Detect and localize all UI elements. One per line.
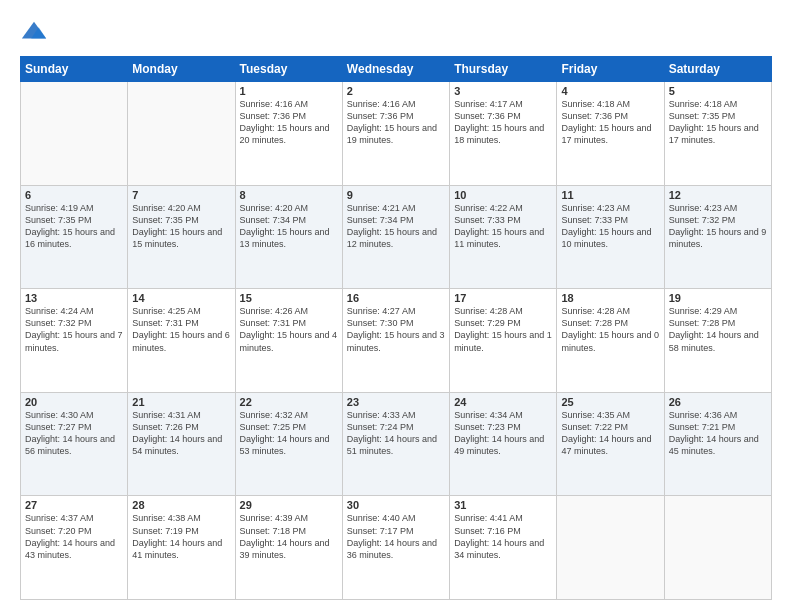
- cell-info: Sunrise: 4:27 AM Sunset: 7:30 PM Dayligh…: [347, 305, 445, 354]
- calendar-cell: 7Sunrise: 4:20 AM Sunset: 7:35 PM Daylig…: [128, 185, 235, 289]
- week-row-4: 20Sunrise: 4:30 AM Sunset: 7:27 PM Dayli…: [21, 392, 772, 496]
- day-number: 1: [240, 85, 338, 97]
- week-row-5: 27Sunrise: 4:37 AM Sunset: 7:20 PM Dayli…: [21, 496, 772, 600]
- cell-info: Sunrise: 4:17 AM Sunset: 7:36 PM Dayligh…: [454, 98, 552, 147]
- day-number: 11: [561, 189, 659, 201]
- cell-info: Sunrise: 4:39 AM Sunset: 7:18 PM Dayligh…: [240, 512, 338, 561]
- day-number: 30: [347, 499, 445, 511]
- cell-info: Sunrise: 4:34 AM Sunset: 7:23 PM Dayligh…: [454, 409, 552, 458]
- calendar-cell: 30Sunrise: 4:40 AM Sunset: 7:17 PM Dayli…: [342, 496, 449, 600]
- calendar-cell: 10Sunrise: 4:22 AM Sunset: 7:33 PM Dayli…: [450, 185, 557, 289]
- calendar-cell: 21Sunrise: 4:31 AM Sunset: 7:26 PM Dayli…: [128, 392, 235, 496]
- cell-info: Sunrise: 4:41 AM Sunset: 7:16 PM Dayligh…: [454, 512, 552, 561]
- week-row-2: 6Sunrise: 4:19 AM Sunset: 7:35 PM Daylig…: [21, 185, 772, 289]
- calendar-cell: 27Sunrise: 4:37 AM Sunset: 7:20 PM Dayli…: [21, 496, 128, 600]
- day-header-row: SundayMondayTuesdayWednesdayThursdayFrid…: [21, 57, 772, 82]
- cell-info: Sunrise: 4:29 AM Sunset: 7:28 PM Dayligh…: [669, 305, 767, 354]
- cell-info: Sunrise: 4:35 AM Sunset: 7:22 PM Dayligh…: [561, 409, 659, 458]
- day-number: 7: [132, 189, 230, 201]
- calendar-cell: 29Sunrise: 4:39 AM Sunset: 7:18 PM Dayli…: [235, 496, 342, 600]
- cell-info: Sunrise: 4:28 AM Sunset: 7:28 PM Dayligh…: [561, 305, 659, 354]
- cell-info: Sunrise: 4:18 AM Sunset: 7:36 PM Dayligh…: [561, 98, 659, 147]
- day-number: 26: [669, 396, 767, 408]
- cell-info: Sunrise: 4:28 AM Sunset: 7:29 PM Dayligh…: [454, 305, 552, 354]
- cell-info: Sunrise: 4:16 AM Sunset: 7:36 PM Dayligh…: [240, 98, 338, 147]
- day-number: 14: [132, 292, 230, 304]
- cell-info: Sunrise: 4:23 AM Sunset: 7:32 PM Dayligh…: [669, 202, 767, 251]
- day-number: 10: [454, 189, 552, 201]
- day-number: 8: [240, 189, 338, 201]
- cell-info: Sunrise: 4:38 AM Sunset: 7:19 PM Dayligh…: [132, 512, 230, 561]
- cell-info: Sunrise: 4:18 AM Sunset: 7:35 PM Dayligh…: [669, 98, 767, 147]
- day-number: 6: [25, 189, 123, 201]
- logo: [20, 18, 52, 46]
- day-number: 12: [669, 189, 767, 201]
- cell-info: Sunrise: 4:26 AM Sunset: 7:31 PM Dayligh…: [240, 305, 338, 354]
- day-number: 17: [454, 292, 552, 304]
- day-number: 3: [454, 85, 552, 97]
- calendar-cell: 31Sunrise: 4:41 AM Sunset: 7:16 PM Dayli…: [450, 496, 557, 600]
- calendar-cell: [664, 496, 771, 600]
- week-row-1: 1Sunrise: 4:16 AM Sunset: 7:36 PM Daylig…: [21, 82, 772, 186]
- day-number: 31: [454, 499, 552, 511]
- cell-info: Sunrise: 4:33 AM Sunset: 7:24 PM Dayligh…: [347, 409, 445, 458]
- cell-info: Sunrise: 4:24 AM Sunset: 7:32 PM Dayligh…: [25, 305, 123, 354]
- calendar-cell: 23Sunrise: 4:33 AM Sunset: 7:24 PM Dayli…: [342, 392, 449, 496]
- week-row-3: 13Sunrise: 4:24 AM Sunset: 7:32 PM Dayli…: [21, 289, 772, 393]
- day-number: 5: [669, 85, 767, 97]
- calendar-cell: 15Sunrise: 4:26 AM Sunset: 7:31 PM Dayli…: [235, 289, 342, 393]
- day-number: 19: [669, 292, 767, 304]
- logo-icon: [20, 18, 48, 46]
- calendar-cell: 1Sunrise: 4:16 AM Sunset: 7:36 PM Daylig…: [235, 82, 342, 186]
- day-number: 20: [25, 396, 123, 408]
- day-number: 15: [240, 292, 338, 304]
- calendar-cell: 19Sunrise: 4:29 AM Sunset: 7:28 PM Dayli…: [664, 289, 771, 393]
- calendar-cell: 20Sunrise: 4:30 AM Sunset: 7:27 PM Dayli…: [21, 392, 128, 496]
- cell-info: Sunrise: 4:36 AM Sunset: 7:21 PM Dayligh…: [669, 409, 767, 458]
- day-number: 2: [347, 85, 445, 97]
- calendar-cell: 11Sunrise: 4:23 AM Sunset: 7:33 PM Dayli…: [557, 185, 664, 289]
- calendar-cell: 2Sunrise: 4:16 AM Sunset: 7:36 PM Daylig…: [342, 82, 449, 186]
- calendar-cell: 8Sunrise: 4:20 AM Sunset: 7:34 PM Daylig…: [235, 185, 342, 289]
- day-number: 18: [561, 292, 659, 304]
- cell-info: Sunrise: 4:40 AM Sunset: 7:17 PM Dayligh…: [347, 512, 445, 561]
- day-header-thursday: Thursday: [450, 57, 557, 82]
- cell-info: Sunrise: 4:25 AM Sunset: 7:31 PM Dayligh…: [132, 305, 230, 354]
- calendar-cell: 14Sunrise: 4:25 AM Sunset: 7:31 PM Dayli…: [128, 289, 235, 393]
- day-number: 27: [25, 499, 123, 511]
- day-header-friday: Friday: [557, 57, 664, 82]
- cell-info: Sunrise: 4:21 AM Sunset: 7:34 PM Dayligh…: [347, 202, 445, 251]
- calendar-cell: [21, 82, 128, 186]
- day-header-tuesday: Tuesday: [235, 57, 342, 82]
- calendar-cell: 28Sunrise: 4:38 AM Sunset: 7:19 PM Dayli…: [128, 496, 235, 600]
- calendar-cell: 9Sunrise: 4:21 AM Sunset: 7:34 PM Daylig…: [342, 185, 449, 289]
- day-number: 25: [561, 396, 659, 408]
- day-header-sunday: Sunday: [21, 57, 128, 82]
- day-number: 23: [347, 396, 445, 408]
- calendar-cell: 16Sunrise: 4:27 AM Sunset: 7:30 PM Dayli…: [342, 289, 449, 393]
- cell-info: Sunrise: 4:23 AM Sunset: 7:33 PM Dayligh…: [561, 202, 659, 251]
- calendar-cell: [557, 496, 664, 600]
- calendar-table: SundayMondayTuesdayWednesdayThursdayFrid…: [20, 56, 772, 600]
- day-number: 29: [240, 499, 338, 511]
- cell-info: Sunrise: 4:31 AM Sunset: 7:26 PM Dayligh…: [132, 409, 230, 458]
- cell-info: Sunrise: 4:22 AM Sunset: 7:33 PM Dayligh…: [454, 202, 552, 251]
- calendar-cell: 6Sunrise: 4:19 AM Sunset: 7:35 PM Daylig…: [21, 185, 128, 289]
- day-number: 4: [561, 85, 659, 97]
- calendar-cell: 26Sunrise: 4:36 AM Sunset: 7:21 PM Dayli…: [664, 392, 771, 496]
- calendar-cell: 17Sunrise: 4:28 AM Sunset: 7:29 PM Dayli…: [450, 289, 557, 393]
- cell-info: Sunrise: 4:19 AM Sunset: 7:35 PM Dayligh…: [25, 202, 123, 251]
- calendar-cell: 5Sunrise: 4:18 AM Sunset: 7:35 PM Daylig…: [664, 82, 771, 186]
- calendar-cell: 4Sunrise: 4:18 AM Sunset: 7:36 PM Daylig…: [557, 82, 664, 186]
- calendar-cell: 18Sunrise: 4:28 AM Sunset: 7:28 PM Dayli…: [557, 289, 664, 393]
- cell-info: Sunrise: 4:32 AM Sunset: 7:25 PM Dayligh…: [240, 409, 338, 458]
- day-header-wednesday: Wednesday: [342, 57, 449, 82]
- calendar-cell: 12Sunrise: 4:23 AM Sunset: 7:32 PM Dayli…: [664, 185, 771, 289]
- day-header-saturday: Saturday: [664, 57, 771, 82]
- day-number: 9: [347, 189, 445, 201]
- cell-info: Sunrise: 4:37 AM Sunset: 7:20 PM Dayligh…: [25, 512, 123, 561]
- calendar-cell: [128, 82, 235, 186]
- cell-info: Sunrise: 4:30 AM Sunset: 7:27 PM Dayligh…: [25, 409, 123, 458]
- header: [20, 18, 772, 46]
- day-number: 24: [454, 396, 552, 408]
